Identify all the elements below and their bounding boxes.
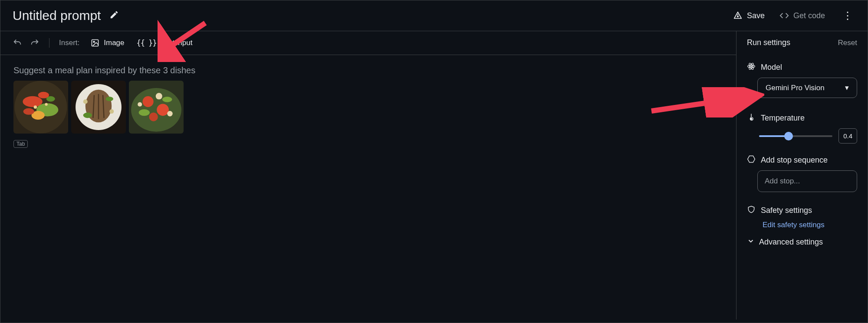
svg-point-8 (23, 108, 34, 115)
insert-test-input-label: Test input (161, 39, 193, 47)
svg-point-2 (93, 41, 95, 42)
edit-safety-link[interactable]: Edit safety settings (763, 221, 857, 229)
svg-point-12 (45, 103, 47, 106)
svg-point-0 (737, 16, 738, 17)
temperature-value[interactable]: 0.4 (838, 128, 857, 144)
sidebar-title: Run settings (747, 38, 790, 47)
svg-point-29 (138, 102, 142, 107)
test-input-glyph: {{ }} (137, 39, 157, 47)
stop-placeholder: Add stop... (765, 177, 800, 185)
temperature-field-row: Temperature (747, 113, 857, 123)
svg-point-33 (751, 66, 752, 67)
run-settings-sidebar: Run settings Reset Model Gemini Pro Visi… (736, 31, 868, 320)
image-thumb-3[interactable] (129, 81, 184, 134)
svg-point-34 (750, 118, 752, 120)
model-dropdown[interactable]: Gemini Pro Vision ▾ (757, 78, 857, 98)
editor-pane: Insert: Image {{ }} Test input Suggest a… (0, 31, 736, 320)
stop-input[interactable]: Add stop... (757, 170, 857, 192)
get-code-button[interactable]: Get code (779, 11, 825, 20)
svg-point-19 (109, 109, 114, 114)
svg-point-28 (167, 111, 173, 117)
stop-field-row: Add stop sequence (747, 155, 857, 165)
safety-label: Safety settings (761, 206, 812, 215)
stop-label: Add stop sequence (761, 156, 828, 165)
editor-toolbar: Insert: Image {{ }} Test input (0, 31, 736, 55)
undo-button[interactable] (13, 38, 22, 48)
svg-point-17 (105, 97, 113, 101)
model-value: Gemini Pro Vision (766, 84, 825, 92)
save-label: Save (747, 11, 765, 20)
svg-point-11 (34, 105, 37, 109)
svg-point-18 (83, 99, 88, 104)
thermometer-icon (747, 113, 756, 123)
model-field-row: Model (747, 62, 857, 72)
header-right: Save Get code ⋮ (733, 10, 855, 22)
advanced-label: Advanced settings (759, 238, 823, 247)
sidebar-header: Run settings Reset (747, 38, 857, 47)
atom-icon (747, 62, 756, 72)
more-menu-icon[interactable]: ⋮ (840, 10, 855, 22)
svg-point-23 (157, 104, 169, 116)
prompt-body[interactable]: Suggest a meal plan inspired by these 3 … (0, 55, 736, 158)
svg-point-16 (83, 113, 92, 118)
svg-point-25 (139, 109, 150, 116)
chevron-down-icon: ▾ (845, 83, 849, 92)
prompt-text: Suggest a meal plan inspired by these 3 … (13, 65, 723, 75)
svg-point-26 (162, 97, 172, 102)
chevron-down-icon (747, 237, 755, 247)
svg-marker-35 (748, 156, 755, 163)
safety-field-row: Safety settings (747, 205, 857, 215)
insert-image-label: Image (104, 39, 124, 47)
advanced-settings-toggle[interactable]: Advanced settings (747, 237, 857, 247)
temperature-label: Temperature (761, 114, 805, 123)
svg-rect-1 (92, 40, 99, 46)
app-header: Untitled prompt Save Get code ⋮ (0, 0, 868, 31)
temperature-slider-row: 0.4 (747, 128, 857, 144)
insert-test-input-button[interactable]: {{ }} Test input (137, 39, 193, 47)
tab-hint-pill: Tab (13, 140, 28, 148)
model-label: Model (761, 63, 782, 72)
reset-button[interactable]: Reset (838, 39, 857, 47)
save-button[interactable]: Save (733, 11, 765, 20)
image-thumb-1[interactable] (13, 81, 68, 134)
edit-title-icon[interactable] (109, 10, 119, 21)
temperature-slider[interactable] (759, 135, 832, 137)
svg-point-27 (156, 93, 162, 99)
image-thumbnails (13, 81, 723, 134)
svg-point-22 (143, 96, 154, 107)
svg-point-24 (149, 113, 158, 121)
image-thumb-2[interactable] (71, 81, 126, 134)
header-left: Untitled prompt (13, 8, 119, 23)
toolbar-divider (49, 38, 49, 48)
insert-label-text: Insert: (59, 39, 79, 47)
svg-point-10 (38, 92, 49, 98)
shield-icon (747, 205, 756, 215)
hexagon-icon (747, 155, 756, 165)
insert-image-button[interactable]: Image (91, 39, 124, 47)
redo-button[interactable] (30, 38, 39, 48)
page-title: Untitled prompt (13, 8, 101, 23)
get-code-label: Get code (793, 11, 825, 20)
